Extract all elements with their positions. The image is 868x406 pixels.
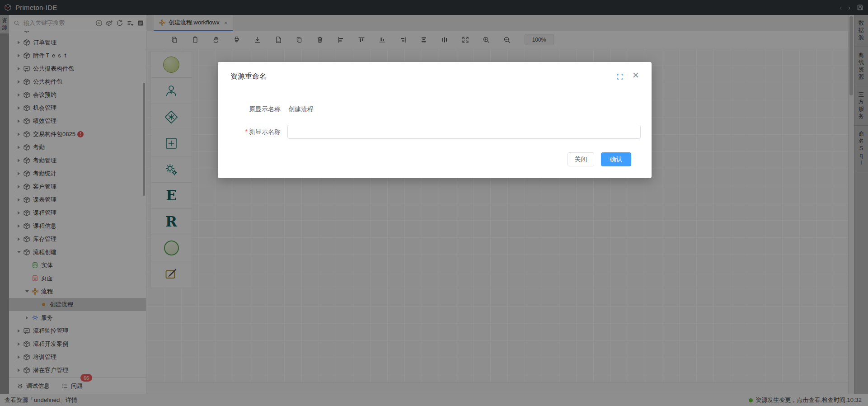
old-name-label: 原显示名称 xyxy=(218,105,281,113)
new-name-label: *新显示名称 xyxy=(218,128,281,136)
close-button[interactable]: 关闭 xyxy=(568,152,594,166)
close-icon[interactable]: ✕ xyxy=(632,71,639,80)
required-mark: * xyxy=(245,128,248,135)
modal-mask xyxy=(0,0,868,406)
application-window: Primeton-IDE ‹ › 资源 AI 订单管理附件Ｔｅｓｔ公共报表构件包… xyxy=(0,0,868,406)
confirm-button[interactable]: 确认 xyxy=(601,152,631,166)
fullscreen-icon[interactable] xyxy=(617,73,624,80)
dialog-title: 资源重命名 xyxy=(230,72,267,81)
new-name-input[interactable] xyxy=(287,125,641,139)
old-name-value: 创建流程 xyxy=(288,105,314,113)
rename-resource-dialog: 资源重命名 ✕ 原显示名称 创建流程 *新显示名称 关闭 确认 xyxy=(218,62,652,178)
